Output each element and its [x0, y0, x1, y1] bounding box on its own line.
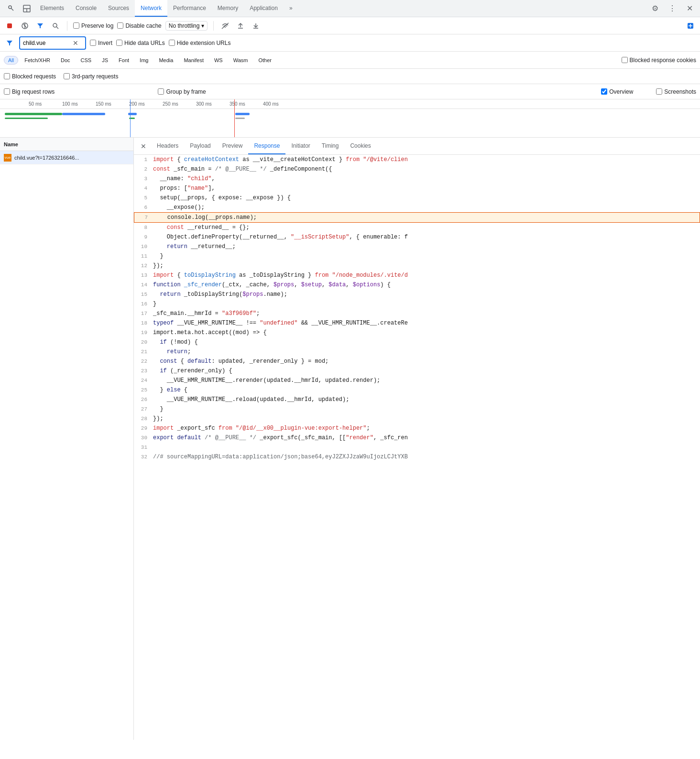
clear-log-button[interactable] [19, 20, 31, 32]
type-pill-ws[interactable]: WS [210, 56, 227, 65]
settings-icon[interactable]: ⚙ [648, 2, 662, 15]
third-party-checkbox[interactable]: 3rd-party requests [64, 73, 118, 80]
type-pill-media[interactable]: Media [154, 56, 177, 65]
response-tab-initiator[interactable]: Initiator [285, 138, 316, 154]
code-line-21: 21 return; [134, 347, 700, 357]
group-by-frame-checkbox[interactable]: Group by frame [158, 88, 206, 95]
response-tab-preview[interactable]: Preview [217, 138, 249, 154]
line-content: } [153, 299, 700, 309]
type-pill-js[interactable]: JS [98, 56, 112, 65]
code-line-27: 27 } [134, 404, 700, 414]
line-number: 26 [134, 395, 153, 404]
record-stop-button[interactable] [4, 20, 15, 32]
close-devtools-icon[interactable]: ✕ [683, 2, 696, 15]
blocked-cookies-checkbox[interactable]: Blocked response cookies [622, 57, 696, 64]
wifi-icon[interactable] [219, 20, 231, 32]
response-tab-cookies[interactable]: Cookies [344, 138, 376, 154]
type-pill-fetch/xhr[interactable]: Fetch/XHR [20, 56, 55, 65]
devtools-layout-icon[interactable] [19, 0, 34, 17]
download-icon[interactable] [250, 20, 262, 32]
preserve-log-checkbox[interactable]: Preserve log [73, 22, 113, 29]
filter-icon[interactable] [34, 20, 46, 32]
line-content: if (_rerender_only) { [153, 366, 700, 376]
code-line-14: 14function _sfc_render(_ctx, _cache, $pr… [134, 280, 700, 290]
line-number: 30 [134, 433, 153, 443]
line-number: 23 [134, 366, 153, 376]
filter-input[interactable] [23, 40, 71, 46]
disable-cache-input[interactable] [117, 22, 123, 29]
line-content: console.log(__props.name); [153, 213, 700, 222]
code-line-18: 18typeof __VUE_HMR_RUNTIME__ !== "undefi… [134, 318, 700, 328]
disable-cache-checkbox[interactable]: Disable cache [117, 22, 161, 29]
type-pill-font[interactable]: Font [114, 56, 133, 65]
tab-console[interactable]: Console [70, 0, 102, 17]
tick-300ms: 300 ms [196, 101, 212, 107]
code-line-32: 32//# sourceMappingURL=data:application/… [134, 452, 700, 462]
invert-checkbox[interactable]: Invert [90, 40, 112, 46]
type-pill-img[interactable]: Img [135, 56, 153, 65]
request-item[interactable]: vue child.vue?t=17263216646... [0, 151, 133, 164]
type-pill-doc[interactable]: Doc [56, 56, 75, 65]
upload-icon[interactable] [235, 20, 246, 32]
timeline-area[interactable]: 50 ms 100 ms 150 ms 200 ms 250 ms 300 ms… [0, 99, 700, 138]
screenshots-input[interactable] [656, 88, 662, 95]
type-pill-manifest[interactable]: Manifest [179, 56, 208, 65]
type-pill-all[interactable]: All [4, 56, 18, 65]
code-line-23: 23 if (_rerender_only) { [134, 366, 700, 376]
overview-checkbox[interactable]: Overview [601, 88, 633, 95]
network-settings-icon[interactable] [685, 20, 696, 32]
timeline-tracks [0, 109, 700, 138]
big-rows-input[interactable] [4, 88, 10, 95]
filter-input-wrapper: ✕ [19, 36, 86, 50]
blocked-requests-input[interactable] [4, 73, 10, 79]
response-tab-payload[interactable]: Payload [184, 138, 216, 154]
tab-sources[interactable]: Sources [102, 0, 135, 17]
requests-header: Name [0, 138, 133, 151]
invert-input[interactable] [90, 40, 96, 46]
response-tab-timing[interactable]: Timing [316, 138, 345, 154]
blocked-cookies-input[interactable] [622, 57, 628, 63]
filter-clear-button[interactable]: ✕ [73, 39, 78, 47]
type-pill-css[interactable]: CSS [77, 56, 96, 65]
response-tab-response[interactable]: Response [248, 138, 285, 154]
search-icon[interactable] [50, 20, 61, 32]
response-tab-headers[interactable]: Headers [151, 138, 184, 154]
code-line-7: 7 console.log(__props.name); [134, 212, 700, 223]
blocked-requests-checkbox[interactable]: Blocked requests [4, 73, 56, 80]
line-number: 32 [134, 452, 153, 462]
throttle-dropdown[interactable]: No throttling ▾ [165, 21, 208, 31]
tab-performance[interactable]: Performance [167, 0, 212, 17]
hide-data-urls-input[interactable] [116, 40, 122, 46]
more-options-icon[interactable]: ⋮ [666, 2, 679, 15]
third-party-input[interactable] [64, 73, 70, 79]
overview-input[interactable] [601, 88, 607, 95]
filter-funnel-icon[interactable] [4, 37, 15, 49]
timeline-bar-blue-1 [62, 113, 105, 115]
hide-ext-urls-checkbox[interactable]: Hide extension URLs [169, 40, 231, 46]
timeline-bar-gray-1 [235, 118, 245, 119]
line-content: _sfc_main.__hmrId = "a3f969bf"; [153, 309, 700, 318]
hide-ext-urls-input[interactable] [169, 40, 175, 46]
svg-marker-20 [7, 41, 12, 45]
code-line-25: 25 } else { [134, 385, 700, 395]
type-pill-other[interactable]: Other [254, 56, 276, 65]
line-number: 28 [134, 414, 153, 423]
tab-application[interactable]: Application [244, 0, 284, 17]
line-number: 22 [134, 357, 153, 366]
preserve-log-input[interactable] [73, 22, 79, 29]
tab-elements[interactable]: Elements [34, 0, 70, 17]
line-number: 29 [134, 423, 153, 433]
response-panel-close[interactable]: ✕ [138, 141, 149, 152]
code-viewer[interactable]: 1import { createHotContext as __vite__cr… [134, 155, 700, 740]
devtools-dock-icon[interactable] [4, 0, 19, 17]
big-rows-checkbox[interactable]: Big request rows [4, 88, 55, 95]
tab-more[interactable]: » [284, 0, 298, 17]
tab-network[interactable]: Network [135, 0, 167, 17]
tab-memory[interactable]: Memory [212, 0, 244, 17]
group-by-frame-input[interactable] [158, 88, 164, 95]
toolbar-separator [67, 21, 67, 31]
hide-data-urls-checkbox[interactable]: Hide data URLs [116, 40, 165, 46]
line-content: import _export_sfc from "/@id/__x00__plu… [153, 423, 700, 433]
screenshots-checkbox[interactable]: Screenshots [656, 88, 696, 95]
type-pill-wasm[interactable]: Wasm [229, 56, 252, 65]
